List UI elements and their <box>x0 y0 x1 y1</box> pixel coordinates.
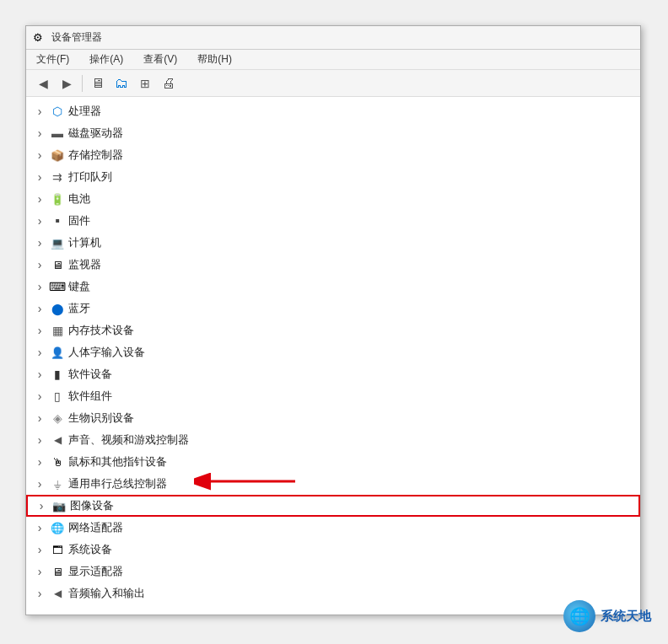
device-label-computer: 计算机 <box>68 235 101 250</box>
device-icon-computer: 💻 <box>50 235 65 250</box>
device-icon-print: ⇉ <box>50 169 65 185</box>
tree-item-firmware[interactable]: ›▪固件 <box>26 210 640 232</box>
folder-button[interactable]: 🗂 <box>111 73 132 94</box>
device-label-display: 显示适配器 <box>68 564 123 579</box>
device-icon-biometric: ◈ <box>50 411 65 426</box>
tree-item-network[interactable]: ›🌐网络适配器 <box>26 517 640 539</box>
tree-item-audio[interactable]: ›◀音频输入和输出 <box>26 582 640 604</box>
tree-item-camera[interactable]: ›📷图像设备 <box>26 495 640 517</box>
tree-item-human[interactable]: ›👤人体字输入设备 <box>26 341 640 363</box>
device-icon-audio: ◀ <box>50 586 65 601</box>
device-icon-usb: ⏚ <box>50 476 65 491</box>
expand-icon-processor[interactable]: › <box>33 105 46 118</box>
watermark-label: 系统天地 <box>601 609 651 625</box>
menu-bar: 文件(F) 操作(A) 查看(V) 帮助(H) <box>26 50 640 70</box>
tree-item-software-dev[interactable]: ›▮软件设备 <box>26 363 640 385</box>
device-icon-bluetooth: ⬤ <box>50 301 65 316</box>
expand-icon-mouse[interactable]: › <box>33 455 46 469</box>
tree-item-memory[interactable]: ›▦内存技术设备 <box>26 319 640 341</box>
device-icon-display: 🖥 <box>50 564 65 579</box>
refresh-button[interactable]: 🖨 <box>159 73 179 94</box>
device-icon-mouse: 🖱 <box>50 454 65 470</box>
tree-item-disk[interactable]: ›▬磁盘驱动器 <box>26 122 640 144</box>
expand-icon-usb[interactable]: › <box>33 477 46 491</box>
menu-file[interactable]: 文件(F) <box>33 51 73 68</box>
expand-icon-monitor[interactable]: › <box>33 258 46 271</box>
tree-item-processor[interactable]: ›⬡处理器 <box>26 100 640 122</box>
expand-icon-firmware[interactable]: › <box>33 214 46 228</box>
toolbar-separator-1 <box>82 75 83 92</box>
device-icon-keyboard: ⌨ <box>50 279 65 294</box>
device-icon-disk: ▬ <box>50 126 65 141</box>
device-label-disk: 磁盘驱动器 <box>68 126 123 141</box>
device-icon-monitor: 🖥 <box>50 257 65 272</box>
expand-icon-human[interactable]: › <box>33 346 46 359</box>
device-label-storage: 存储控制器 <box>68 148 123 163</box>
tree-item-usb[interactable]: ›⏚通用串行总线控制器 <box>26 473 640 495</box>
tree-item-sound[interactable]: ›◀声音、视频和游戏控制器 <box>26 429 640 451</box>
expand-icon-memory[interactable]: › <box>33 324 46 337</box>
expand-icon-bluetooth[interactable]: › <box>33 302 46 315</box>
tree-item-biometric[interactable]: ›◈生物识别设备 <box>26 407 640 429</box>
device-manager-window: ⚙ 设备管理器 文件(F) 操作(A) 查看(V) 帮助(H) ◀ ▶ 🖥 🗂 … <box>25 25 641 615</box>
menu-view[interactable]: 查看(V) <box>140 51 180 68</box>
expand-icon-print[interactable]: › <box>33 170 46 184</box>
computer-button[interactable]: 🖥 <box>88 73 108 94</box>
device-label-print: 打印队列 <box>68 169 112 185</box>
window-title: 设备管理器 <box>51 30 102 45</box>
tree-item-system[interactable]: ›🗔系统设备 <box>26 539 640 561</box>
device-label-keyboard: 键盘 <box>68 279 90 294</box>
menu-help[interactable]: 帮助(H) <box>194 51 235 68</box>
tree-item-mouse[interactable]: ›🖱鼠标和其他指针设备 <box>26 451 640 473</box>
forward-button[interactable]: ▶ <box>57 73 77 94</box>
tree-item-monitor[interactable]: ›🖥监视器 <box>26 254 640 276</box>
device-label-audio: 音频输入和输出 <box>68 586 145 601</box>
device-icon-system: 🗔 <box>50 542 65 557</box>
expand-icon-sound[interactable]: › <box>33 433 46 447</box>
title-bar: ⚙ 设备管理器 <box>26 26 640 50</box>
device-label-memory: 内存技术设备 <box>68 323 134 338</box>
device-tree[interactable]: ›⬡处理器›▬磁盘驱动器›📦存储控制器›⇉打印队列›🔋电池›▪固件›💻计算机›🖥… <box>26 97 640 614</box>
tree-item-keyboard[interactable]: ›⌨键盘 <box>26 276 640 298</box>
expand-icon-battery[interactable]: › <box>33 192 46 206</box>
watermark: 🌐 系统天地 <box>563 600 651 632</box>
grid-button[interactable]: ⊞ <box>135 73 155 94</box>
expand-icon-camera[interactable]: › <box>35 499 48 513</box>
device-icon-storage: 📦 <box>50 148 65 163</box>
device-label-network: 网络适配器 <box>68 520 123 535</box>
tree-item-print[interactable]: ›⇉打印队列 <box>26 166 640 188</box>
back-button[interactable]: ◀ <box>33 73 53 94</box>
menu-action[interactable]: 操作(A) <box>86 51 127 68</box>
tree-item-bluetooth[interactable]: ›⬤蓝牙 <box>26 298 640 319</box>
device-icon-sound: ◀ <box>50 432 65 448</box>
expand-icon-biometric[interactable]: › <box>33 411 46 425</box>
device-label-processor: 处理器 <box>68 104 101 119</box>
expand-icon-computer[interactable]: › <box>33 236 46 250</box>
expand-icon-system[interactable]: › <box>33 543 46 556</box>
expand-icon-keyboard[interactable]: › <box>33 280 46 293</box>
expand-icon-network[interactable]: › <box>33 521 46 534</box>
tree-item-software-comp[interactable]: ›▯软件组件 <box>26 385 640 407</box>
device-icon-processor: ⬡ <box>50 104 65 119</box>
device-label-system: 系统设备 <box>68 542 112 557</box>
tree-item-display[interactable]: ›🖥显示适配器 <box>26 561 640 582</box>
device-icon-memory: ▦ <box>50 323 65 338</box>
expand-icon-storage[interactable]: › <box>33 148 46 162</box>
device-label-human: 人体字输入设备 <box>68 345 145 360</box>
device-label-software-comp: 软件组件 <box>68 389 112 404</box>
expand-icon-software-comp[interactable]: › <box>33 389 46 403</box>
tree-item-computer[interactable]: ›💻计算机 <box>26 232 640 254</box>
tree-item-battery[interactable]: ›🔋电池 <box>26 188 640 210</box>
device-label-software-dev: 软件设备 <box>68 367 112 382</box>
device-label-monitor: 监视器 <box>68 257 101 272</box>
expand-icon-disk[interactable]: › <box>33 126 46 140</box>
expand-icon-software-dev[interactable]: › <box>33 368 46 381</box>
device-icon-battery: 🔋 <box>50 191 65 207</box>
expand-icon-audio[interactable]: › <box>33 587 46 600</box>
expand-icon-display[interactable]: › <box>33 565 46 578</box>
device-icon-human: 👤 <box>50 345 65 360</box>
device-icon-software-dev: ▮ <box>50 367 65 382</box>
device-label-bluetooth: 蓝牙 <box>68 301 90 316</box>
watermark-globe-icon: 🌐 <box>563 600 595 632</box>
tree-item-storage[interactable]: ›📦存储控制器 <box>26 144 640 166</box>
